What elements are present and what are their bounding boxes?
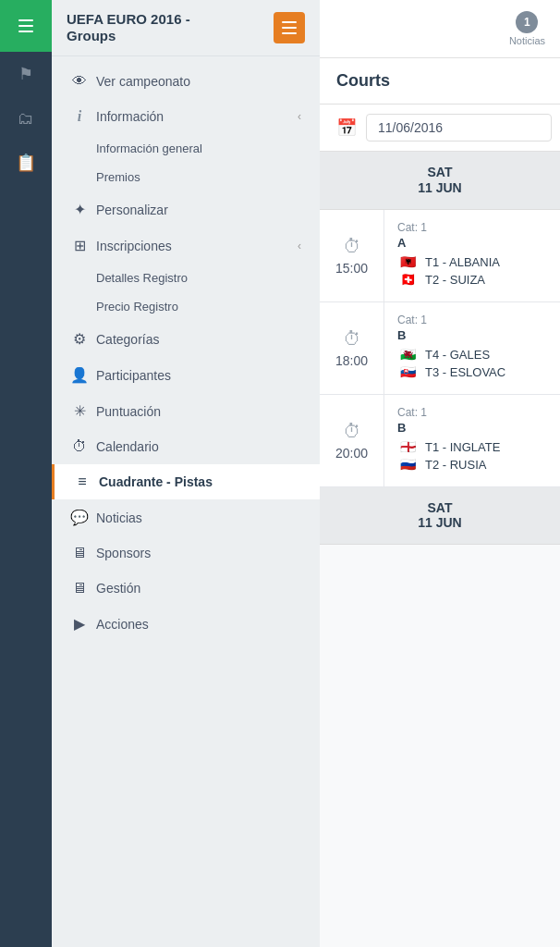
sidebar-item-personalizar[interactable]: ✦ Personalizar — [52, 191, 320, 228]
notification-bar: 1 Noticias — [320, 0, 560, 58]
notification-count-badge: 1 — [516, 11, 538, 33]
icon-bar: ⚑ 🗂 📋 — [0, 0, 52, 947]
flag-russia: 🇷🇺 — [397, 458, 418, 472]
match-category-1500: Cat: 1 — [397, 221, 547, 234]
icon-bar-top-button[interactable] — [0, 0, 52, 52]
flag-slovakia: 🇸🇰 — [397, 365, 418, 379]
schedule-day-header-1: SAT 11 JUN — [320, 152, 560, 210]
newspaper-nav-icon[interactable]: 📋 — [0, 141, 52, 185]
match-group-1500: A — [397, 236, 547, 250]
person-icon: 👤 — [70, 366, 89, 384]
eye-icon: 👁 — [70, 73, 89, 90]
sidebar-item-noticias[interactable]: 💬 Noticias — [52, 499, 320, 535]
flag-albania: 🇦🇱 — [397, 255, 418, 269]
flag-nav-icon[interactable]: ⚑ — [0, 52, 52, 96]
sidebar: UEFA EURO 2016 - Groups 👁 Ver campeonato… — [52, 0, 320, 947]
schedule-time-1500: ⏱ 15:00 — [320, 210, 384, 301]
sidebar-item-ver-campeonato[interactable]: 👁 Ver campeonato — [52, 64, 320, 99]
match-team-albania: 🇦🇱 T1 - ALBANIA — [397, 255, 547, 269]
clock-icon-2000: ⏱ — [343, 421, 361, 442]
schedule-info-1500[interactable]: Cat: 1 A 🇦🇱 T1 - ALBANIA 🇨🇭 T2 - SUIZA — [384, 210, 560, 301]
match-team-russia: 🇷🇺 T2 - RUSIA — [397, 458, 547, 472]
sidebar-item-sponsors[interactable]: 🖥 Sponsors — [52, 535, 320, 571]
sidebar-menu-button[interactable] — [274, 12, 305, 43]
clock-icon: ⏱ — [70, 438, 89, 455]
chat-icon: 💬 — [70, 509, 89, 526]
schedule: SAT 11 JUN ⏱ 15:00 Cat: 1 A 🇦🇱 T1 - ALBA… — [320, 152, 560, 947]
hamburger-icon-sidebar — [282, 21, 297, 34]
sidebar-item-gestion[interactable]: 🖥 Gestión — [52, 571, 320, 606]
schedule-row-1800: ⏱ 18:00 Cat: 1 B 🏴󠁧󠁢󠁷󠁬󠁳󠁿 T4 - GALES 🇸🇰 T… — [320, 302, 560, 395]
date-bar: 📅 — [320, 105, 560, 152]
chevron-inscripciones-icon: ‹ — [298, 240, 301, 252]
match-team-england: 🏴󠁧󠁢󠁥󠁮󠁧󠁿 T1 - INGLATE — [397, 440, 547, 454]
flag-england: 🏴󠁧󠁢󠁥󠁮󠁧󠁿 — [397, 440, 418, 454]
match-group-2000: B — [397, 421, 547, 435]
grid-icon: ⊞ — [70, 237, 89, 254]
schedule-row-2000: ⏱ 20:00 Cat: 1 B 🏴󠁧󠁢󠁥󠁮󠁧󠁿 T1 - INGLATE 🇷🇺… — [320, 395, 560, 487]
sidebar-item-informacion-general[interactable]: Información general — [52, 134, 320, 163]
flag-switzerland: 🇨🇭 — [397, 273, 418, 287]
date-input[interactable] — [366, 114, 552, 141]
play-icon: ▶ — [70, 615, 89, 633]
sidebar-item-cuadrante-pistas[interactable]: ≡ Cuadrante - Pistas — [52, 464, 320, 499]
sidebar-item-informacion[interactable]: i Información ‹ — [52, 99, 320, 134]
courts-header: Courts — [320, 58, 560, 105]
sidebar-item-detalles-registro[interactable]: Detalles Registro — [52, 264, 320, 292]
sidebar-item-categorias[interactable]: ⚙ Categorías — [52, 321, 320, 357]
sidebar-item-participantes[interactable]: 👤 Participantes — [52, 357, 320, 393]
desktop-icon: 🖥 — [70, 580, 89, 596]
clock-icon-1500: ⏱ — [343, 236, 361, 257]
schedule-info-2000[interactable]: Cat: 1 B 🏴󠁧󠁢󠁥󠁮󠁧󠁿 T1 - INGLATE 🇷🇺 T2 - RU… — [384, 395, 560, 486]
match-team-gales: 🏴󠁧󠁢󠁷󠁬󠁳󠁿 T4 - GALES — [397, 348, 547, 362]
match-category-2000: Cat: 1 — [397, 406, 547, 419]
hamburger-icon — [18, 19, 33, 32]
schedule-info-1800[interactable]: Cat: 1 B 🏴󠁧󠁢󠁷󠁬󠁳󠁿 T4 - GALES 🇸🇰 T3 - ESLO… — [384, 302, 560, 394]
gear-icon: ⚙ — [70, 330, 89, 348]
calendar-icon: 📅 — [336, 117, 357, 138]
sidebar-item-acciones[interactable]: ▶ Acciones — [52, 606, 320, 642]
list-icon: ≡ — [73, 474, 91, 490]
sidebar-item-premios[interactable]: Premios — [52, 163, 320, 191]
schedule-row-1500: ⏱ 15:00 Cat: 1 A 🇦🇱 T1 - ALBANIA 🇨🇭 T2 -… — [320, 210, 560, 302]
courts-title: Courts — [336, 71, 390, 90]
info-icon: i — [70, 108, 89, 125]
main-content: 1 Noticias Courts 📅 SAT 11 JUN ⏱ 15:00 — [320, 0, 560, 947]
monitor-icon: 🖥 — [70, 545, 89, 561]
sidebar-header: UEFA EURO 2016 - Groups — [52, 0, 320, 56]
puzzle-icon: ✦ — [70, 201, 89, 218]
sidebar-item-puntuacion[interactable]: ✳ Puntuación — [52, 393, 320, 429]
notification-badge-wrap: 1 Noticias — [509, 11, 545, 46]
schedule-time-1800: ⏱ 18:00 — [320, 302, 384, 394]
notification-label: Noticias — [509, 35, 545, 46]
match-category-1800: Cat: 1 — [397, 314, 547, 326]
asterisk-icon: ✳ — [70, 402, 89, 420]
briefcase-nav-icon[interactable]: 🗂 — [0, 96, 52, 141]
chevron-informacion-icon: ‹ — [298, 110, 301, 123]
sidebar-title: UEFA EURO 2016 - Groups — [67, 11, 190, 44]
sidebar-item-inscripciones[interactable]: ⊞ Inscripciones ‹ — [52, 228, 320, 264]
match-team-suiza: 🇨🇭 T2 - SUIZA — [397, 273, 547, 287]
clock-icon-1800: ⏱ — [343, 328, 361, 350]
schedule-day-header-2: SAT 11 JUN — [320, 487, 560, 546]
schedule-time-2000: ⏱ 20:00 — [320, 395, 384, 486]
flag-wales: 🏴󠁧󠁢󠁷󠁬󠁳󠁿 — [397, 348, 418, 362]
sidebar-item-precio-registro[interactable]: Precio Registro — [52, 292, 320, 321]
sidebar-item-calendario[interactable]: ⏱ Calendario — [52, 429, 320, 464]
match-group-1800: B — [397, 328, 547, 342]
match-team-eslovac: 🇸🇰 T3 - ESLOVAC — [397, 365, 547, 379]
sidebar-nav: 👁 Ver campeonato i Información ‹ Informa… — [52, 56, 320, 947]
